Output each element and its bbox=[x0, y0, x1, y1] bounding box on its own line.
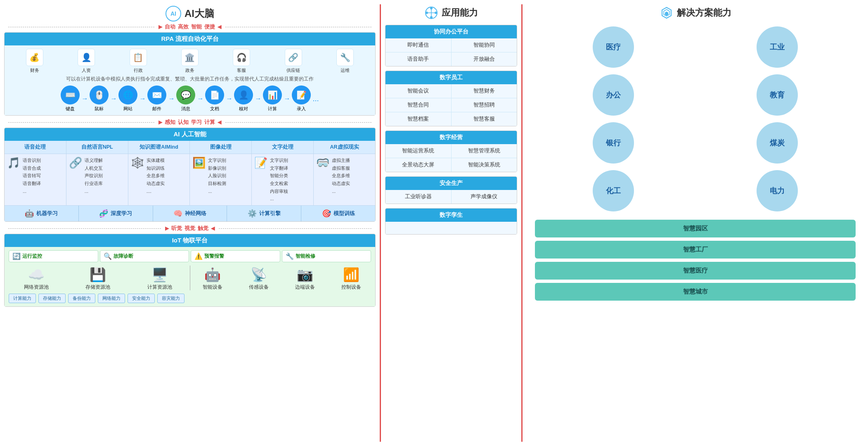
flow-shubiao: 🖱️ 鼠标 bbox=[90, 85, 109, 112]
shuzi-luansheng-group: 数字孪生 bbox=[385, 208, 517, 235]
tool-moxun: 🎯 模型训练 bbox=[301, 206, 375, 221]
cell-yunying: 智能运营系统 bbox=[386, 144, 452, 158]
circle-meitan[interactable]: 煤炭 bbox=[699, 122, 856, 164]
subtitle3-item3: 触觉 bbox=[198, 225, 208, 232]
rpa-icon-caiwu: 💰 财务 bbox=[26, 49, 43, 74]
cell-shengxue: 声学成像仪 bbox=[452, 190, 517, 204]
iot-monitor-yunhang: 🔄 运行监控 bbox=[9, 250, 98, 262]
shuzi-jingying-group: 数字经营 智能运营系统 智慧管理系统 全景动态大屏 智能决策系统 bbox=[385, 130, 517, 172]
ai-details: 🎵 语音识别语音合成语音转写语音翻译... 🔗 语义理解人机交互声纹识别行业语库… bbox=[5, 154, 375, 205]
circle-gongye[interactable]: 工业 bbox=[699, 26, 856, 68]
npl-icon: 🔗 bbox=[69, 157, 82, 203]
zhishi-icon: 🕸️ bbox=[131, 157, 144, 203]
solution-title: 解决方案能力 bbox=[677, 7, 731, 19]
flow-jianpan: ⌨️ 键盘 bbox=[61, 85, 80, 112]
wenzi-text: 文字识别文字翻译智能分类全文检索内容审核... bbox=[270, 157, 288, 203]
left-section: AI AI大脑 ▶ 自动 高效 智能 便捷 ◀ RPA 流程自动化平台 bbox=[4, 4, 376, 442]
circle-jiaoyu[interactable]: 教育 bbox=[699, 74, 856, 116]
cell-zhineng-xietong: 智能协同 bbox=[452, 38, 517, 52]
ai-brain-title: AI大脑 bbox=[184, 7, 214, 20]
ai-cat-zhishi: 知识图谱AIMind bbox=[128, 141, 190, 154]
cap-compute: 计算能力 bbox=[9, 294, 36, 303]
iot-devices-row: ☁️ 网络资源池 💾 存储资源池 🖥️ 计算资源池 bbox=[9, 266, 371, 290]
ai-brain-icon: AI bbox=[166, 6, 181, 21]
rpa-body: 💰 财务 👤 人资 📋 行政 🏛️ 政务 bbox=[5, 45, 375, 115]
iot-res-storage: 💾 存储资源池 bbox=[71, 267, 126, 290]
right-section: 解决方案能力 医疗 工业 办公 教育 银行 煤炭 化工 bbox=[527, 4, 864, 442]
rpa-description: 可以在计算机设备中模拟人类执行指令完成重复、繁琐、大批量的工作任务，实现替代人工… bbox=[9, 76, 371, 82]
ai-section: AI 人工智能 语音处理 自然语言NPL 知识图谱AIMind 图像处理 文字处… bbox=[4, 128, 376, 222]
iot-dev-control: 📶 控制设备 bbox=[331, 267, 371, 290]
shuzi-yuangong-header: 数字员工 bbox=[386, 71, 517, 84]
flow-hedui: 👤 核对 bbox=[234, 85, 253, 112]
xietong-header: 协同办公平台 bbox=[386, 25, 517, 38]
iot-dev-smart: 🤖 智能设备 bbox=[193, 267, 232, 290]
rect-zhihui-gongchang[interactable]: 智慧工厂 bbox=[535, 241, 856, 259]
subtitle1-item1: 自动 bbox=[165, 23, 175, 31]
flow-xiaoxi: 💬 消息 bbox=[176, 85, 195, 112]
rpa-flow: ⌨️ 键盘 → 🖱️ 鼠标 → 🌐 网站 → ✉️ bbox=[9, 85, 371, 112]
anquan-header: 安全生产 bbox=[386, 177, 517, 190]
rect-zhihui-yiliao[interactable]: 智慧医疗 bbox=[535, 262, 856, 280]
circle-bangong[interactable]: 办公 bbox=[535, 74, 692, 116]
cell-zhineng-huiyi: 智能会议 bbox=[386, 84, 452, 98]
cell-juece: 智能决策系统 bbox=[452, 158, 517, 172]
ai-cat-wenzi: 文字处理 bbox=[252, 141, 314, 154]
iot-res-network: ☁️ 网络资源池 bbox=[9, 267, 64, 290]
iot-res-compute: 🖥️ 计算资源池 bbox=[132, 267, 187, 290]
subtitle2-item2: 认知 bbox=[178, 119, 189, 126]
subtitle2-item1: 感知 bbox=[165, 119, 175, 126]
rect-zhihui-yuanqu[interactable]: 智慧园区 bbox=[535, 220, 856, 237]
cap-backup: 备份能力 bbox=[68, 294, 95, 303]
rpa-icon-renzi: 👤 人资 bbox=[78, 49, 95, 74]
ai-categories: 语音处理 自然语言NPL 知识图谱AIMind 图像处理 文字处理 AR虚拟现实 bbox=[5, 141, 375, 154]
ai-body: 语音处理 自然语言NPL 知识图谱AIMind 图像处理 文字处理 AR虚拟现实… bbox=[5, 141, 375, 221]
circle-yinhang[interactable]: 银行 bbox=[535, 122, 692, 164]
subtitle3-bar: ▶ 听觉 视觉 触觉 ◀ bbox=[4, 223, 376, 234]
zhishi-text: 实体建模知识训练全息多维动态虚实.... bbox=[147, 157, 165, 203]
app-ability-title: 应用能力 bbox=[442, 7, 478, 19]
svg-point-3 bbox=[426, 12, 428, 14]
cell-zhihui-caiwu: 智慧财务 bbox=[452, 84, 517, 98]
iot-smart-devices: 🤖 智能设备 📡 传感设备 📷 边端设备 📶 bbox=[193, 267, 371, 290]
circle-yiliao[interactable]: 医疗 bbox=[535, 26, 692, 68]
subtitle1-item4: 便捷 bbox=[204, 23, 215, 31]
rpa-icon-xingzheng: 📋 行政 bbox=[130, 49, 147, 74]
tool-jiqixuexi: 🤖 机器学习 bbox=[5, 206, 79, 221]
circle-huagong[interactable]: 化工 bbox=[535, 170, 692, 211]
cell-tingzhen: 工业听诊器 bbox=[386, 190, 452, 204]
rect-zhihui-chengshi[interactable]: 智慧城市 bbox=[535, 283, 856, 301]
cell-yuyin-zhushou: 语音助手 bbox=[386, 52, 452, 66]
iot-separator bbox=[190, 266, 190, 290]
ai-detail-npl: 🔗 语义理解人机交互声纹识别行业语库... bbox=[66, 154, 128, 205]
circle-dianli[interactable]: 电力 bbox=[699, 170, 856, 211]
cell-jishi: 即时通信 bbox=[386, 38, 452, 52]
iot-monitor-guzhang: 🔍 故障诊断 bbox=[100, 250, 189, 262]
rpa-icon-zhengwu: 🏛️ 政务 bbox=[181, 49, 199, 74]
anquan-group: 安全生产 工业听诊器 声学成像仪 bbox=[385, 176, 517, 204]
cap-disaster: 容灾能力 bbox=[157, 294, 184, 303]
shuzi-jingying-header: 数字经营 bbox=[386, 131, 517, 144]
jingying-row2: 全景动态大屏 智能决策系统 bbox=[386, 158, 517, 172]
shuzi-yuangong-group: 数字员工 智能会议 智慧财务 智慧合同 智慧招聘 智慧档案 智慧客服 bbox=[385, 71, 517, 126]
iot-resources: ☁️ 网络资源池 💾 存储资源池 🖥️ 计算资源池 bbox=[9, 267, 187, 290]
ai-detail-wenzi: 📝 文字识别文字翻译智能分类全文检索内容审核... bbox=[252, 154, 314, 205]
cell-zhihui-kefu: 智慧客服 bbox=[452, 112, 517, 126]
yuangong-row2: 智慧合同 智慧招聘 bbox=[386, 98, 517, 112]
svg-point-2 bbox=[430, 16, 433, 19]
xietong-row2: 语音助手 开放融合 bbox=[386, 52, 517, 66]
subtitle2-item4: 计算 bbox=[204, 119, 215, 126]
rpa-header: RPA 流程自动化平台 bbox=[5, 33, 375, 45]
cap-storage: 存储能力 bbox=[38, 294, 66, 303]
ai-cat-yuyin: 语音处理 bbox=[5, 141, 66, 154]
cell-zhihui-zhaopin: 智慧招聘 bbox=[452, 98, 517, 112]
yuyin-text: 语音识别语音合成语音转写语音翻译... bbox=[23, 157, 41, 203]
wenzi-icon: 📝 bbox=[254, 157, 267, 203]
subtitle2-bar: ▶ 感知 认知 学习 计算 ◀ bbox=[4, 117, 376, 128]
shuzi-luansheng-header: 数字孪生 bbox=[386, 209, 517, 222]
ai-tools-row: 🤖 机器学习 🧬 深度学习 🧠 神经网络 ⚙️ 计算引擎 bbox=[5, 205, 375, 221]
solution-circles-grid: 医疗 工业 办公 教育 银行 煤炭 化工 电力 bbox=[527, 26, 864, 220]
app-ability-icon bbox=[424, 6, 438, 20]
cap-network: 网络能力 bbox=[98, 294, 125, 303]
tool-shenjing: 🧠 神经网络 bbox=[153, 206, 227, 221]
